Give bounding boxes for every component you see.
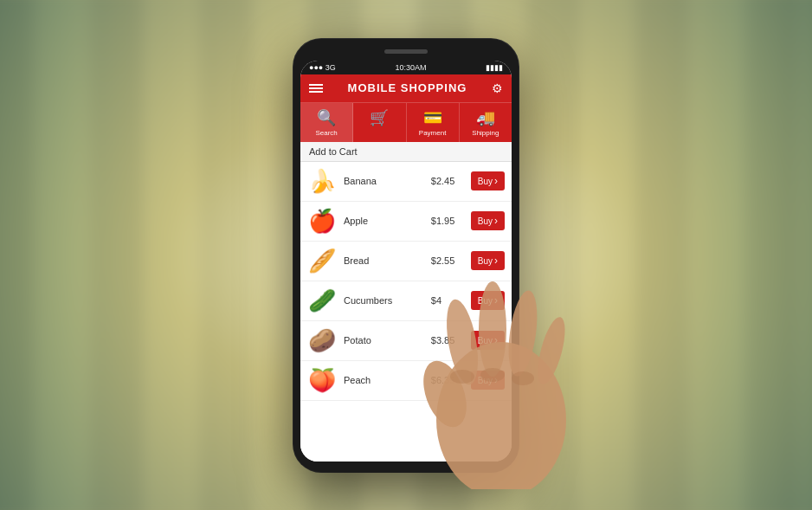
tab-shipping-label: Shipping bbox=[472, 129, 499, 137]
buy-button-peach[interactable]: Buy bbox=[471, 371, 505, 390]
shipping-icon: 🚚 bbox=[476, 108, 495, 127]
phone: ●●● 3G 10:30AM ▮▮▮▮ MOBILE SHOPPING ⚙ 🔍 … bbox=[293, 39, 519, 472]
table-row: 🥖 Bread $2.55 Buy bbox=[300, 242, 512, 281]
tab-shipping[interactable]: 🚚 Shipping bbox=[460, 103, 512, 142]
product-name: Potato bbox=[344, 335, 424, 345]
status-bar: ●●● 3G 10:30AM ▮▮▮▮ bbox=[300, 61, 512, 74]
signal-indicator: ●●● 3G bbox=[309, 63, 336, 72]
nav-tabs: 🔍 Search 🛒 💳 Payment 🚚 Shipping bbox=[300, 102, 512, 142]
product-image-bread: 🥖 bbox=[307, 248, 337, 274]
buy-button-banana[interactable]: Buy bbox=[471, 171, 505, 190]
table-row: 🍎 Apple $1.95 Buy bbox=[300, 202, 512, 242]
app-title: MOBILE SHOPPING bbox=[348, 81, 467, 94]
time-display: 10:30AM bbox=[395, 63, 426, 72]
buy-button-apple[interactable]: Buy bbox=[471, 211, 505, 230]
buy-button-cucumbers[interactable]: Buy bbox=[471, 291, 505, 310]
search-icon: 🔍 bbox=[317, 108, 336, 127]
table-row: 🍑 Peach $6.35 Buy bbox=[300, 361, 512, 401]
product-name: Cucumbers bbox=[344, 295, 424, 306]
product-price: $6.35 bbox=[431, 375, 459, 385]
tab-cart[interactable]: 🛒 bbox=[353, 103, 406, 142]
product-name: Banana bbox=[344, 176, 424, 186]
product-name: Bread bbox=[344, 255, 424, 266]
table-row: 🍌 Banana $2.45 Buy bbox=[300, 162, 512, 202]
battery-indicator: ▮▮▮▮ bbox=[486, 63, 503, 72]
product-price: $3.85 bbox=[431, 335, 459, 345]
product-image-apple: 🍎 bbox=[307, 208, 337, 235]
product-image-cucumbers: 🥒 bbox=[307, 287, 337, 314]
phone-container: ●●● 3G 10:30AM ▮▮▮▮ MOBILE SHOPPING ⚙ 🔍 … bbox=[293, 39, 519, 472]
buy-button-bread[interactable]: Buy bbox=[471, 251, 505, 270]
tab-payment-label: Payment bbox=[419, 129, 447, 137]
product-image-potato: 🥔 bbox=[307, 327, 337, 354]
app-header: MOBILE SHOPPING ⚙ bbox=[300, 74, 512, 102]
buy-button-potato[interactable]: Buy bbox=[471, 331, 505, 350]
product-image-peach: 🍑 bbox=[307, 367, 337, 394]
phone-screen: ●●● 3G 10:30AM ▮▮▮▮ MOBILE SHOPPING ⚙ 🔍 … bbox=[300, 61, 512, 462]
product-price: $2.55 bbox=[431, 255, 459, 266]
product-list: 🍌 Banana $2.45 Buy 🍎 Apple $1.95 Buy 🥖 B… bbox=[300, 162, 512, 462]
tab-payment[interactable]: 💳 Payment bbox=[407, 103, 460, 142]
section-header: Add to Cart bbox=[300, 142, 512, 162]
tab-search-label: Search bbox=[315, 129, 337, 137]
product-price: $1.95 bbox=[431, 216, 459, 226]
product-name: Peach bbox=[344, 375, 424, 385]
tab-search[interactable]: 🔍 Search bbox=[300, 103, 353, 142]
product-price: $4 bbox=[431, 295, 459, 306]
hamburger-menu-button[interactable] bbox=[309, 84, 323, 93]
table-row: 🥒 Cucumbers $4 Buy bbox=[300, 281, 512, 321]
phone-speaker bbox=[384, 49, 428, 54]
payment-icon: 💳 bbox=[423, 108, 442, 127]
table-row: 🥔 Potato $3.85 Buy bbox=[300, 321, 512, 361]
product-image-banana: 🍌 bbox=[307, 168, 337, 195]
cart-icon: 🛒 bbox=[370, 108, 389, 127]
settings-icon[interactable]: ⚙ bbox=[492, 81, 503, 95]
product-name: Apple bbox=[344, 216, 424, 226]
product-price: $2.45 bbox=[431, 176, 459, 186]
